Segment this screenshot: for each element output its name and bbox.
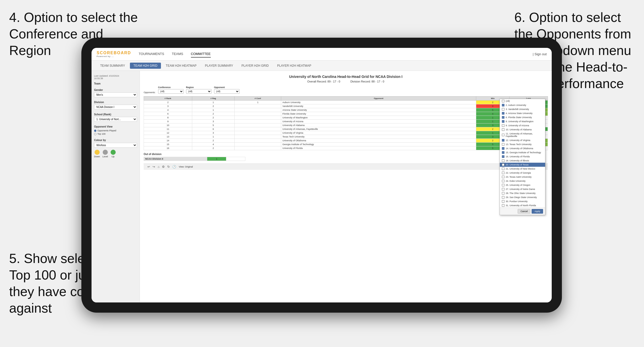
settings-btn[interactable]: ⚙ xyxy=(162,165,165,169)
region-filter-select[interactable]: (All) xyxy=(186,89,212,94)
dropdown-item[interactable]: 30. Purdue University xyxy=(500,199,545,203)
logo-sub: Powered by ... xyxy=(97,55,131,58)
colour-select[interactable]: Win/loss xyxy=(94,143,137,148)
conference-filter-select[interactable]: (All) xyxy=(158,89,184,94)
school-select[interactable]: 1. University of Nort... xyxy=(94,117,137,122)
redo-btn[interactable]: ↪ xyxy=(153,165,155,169)
dropdown-checkbox xyxy=(502,134,504,136)
tab-team-summary[interactable]: TEAM SUMMARY xyxy=(97,63,129,69)
dropdown-item-label: 28. The Ohio State University xyxy=(506,192,535,195)
dropdown-item[interactable]: 24. Duke University xyxy=(500,179,545,183)
dropdown-item[interactable]: 31. University of North Florida xyxy=(500,203,545,207)
gender-select[interactable]: Men's xyxy=(94,92,137,97)
cell-conf xyxy=(234,108,281,112)
cancel-button[interactable]: Cancel xyxy=(518,209,530,214)
data-table: # Rank # Rag # Conf Opponent Win Loss 2 … xyxy=(144,96,548,150)
opponent-dropdown[interactable]: (All) ✓ 2. Auburn University 3. Vanderbi… xyxy=(500,99,545,215)
cell-opponent: Texas Tech University xyxy=(281,135,476,139)
opponents-played-radio[interactable] xyxy=(94,130,96,132)
dropdown-item[interactable]: 11. University of Arkansas, Fayetteville xyxy=(500,132,545,138)
dropdown-item-label: 25. University of Oregon xyxy=(506,184,530,186)
cell-conf xyxy=(234,127,281,131)
dropdown-item[interactable]: ✓ 2. Auburn University xyxy=(500,103,545,107)
dropdown-item[interactable]: 10. University of Alabama xyxy=(500,128,545,132)
table-row: 11 6 University of Arkansas, Fayettevill… xyxy=(144,127,548,131)
school-label: School (Rank) xyxy=(94,113,137,116)
dropdown-checkbox xyxy=(502,184,504,186)
nav-committee[interactable]: COMMITTEE xyxy=(191,51,211,58)
dropdown-item[interactable]: 23. Texas A&M University xyxy=(500,175,545,179)
cell-opponent: Georgia Institute of Technology xyxy=(281,143,476,146)
apply-button[interactable]: Apply xyxy=(532,209,543,214)
dropdown-checkbox xyxy=(502,128,504,131)
opponent-filter-select[interactable]: (All) xyxy=(214,89,239,94)
dropdown-item[interactable]: 13. Texas Tech University xyxy=(500,142,545,146)
conference-filter-label: Conference xyxy=(158,86,184,89)
dropdown-checkbox xyxy=(502,172,504,174)
tab-team-h2h-heatmap[interactable]: TEAM H2H HEATMAP xyxy=(162,63,200,69)
dropdown-item[interactable]: 3. Vanderbilt University xyxy=(500,107,545,111)
dropdown-item-label: 6. Florida State University xyxy=(506,116,532,119)
dropdown-item[interactable]: ✓ 6. Florida State University xyxy=(500,115,545,119)
dropdown-item[interactable]: 18. University of Illinois xyxy=(500,159,545,163)
table-row: 12 3 University of Virginia 1 0 xyxy=(144,131,548,135)
cell-rag: 5 xyxy=(192,123,234,127)
dropdown-item-label: (All) xyxy=(506,100,510,102)
dropdown-item[interactable]: 28. The Ohio State University xyxy=(500,191,545,195)
dropdown-item[interactable]: 27. University of Notre Dame xyxy=(500,187,545,191)
dropdown-checkbox: ✓ xyxy=(502,151,504,154)
cell-rag: 2 xyxy=(192,139,234,143)
dropdown-item[interactable]: ✓ 15. Georgia Institute of Technology xyxy=(500,150,545,155)
tab-player-h2h-heatmap[interactable]: PLAYER H2H HEATMAP xyxy=(274,63,315,69)
dropdown-item[interactable]: 25. University of Oregon xyxy=(500,183,545,187)
refresh-btn[interactable]: ↻ xyxy=(167,165,170,169)
tab-player-summary[interactable]: PLAYER SUMMARY xyxy=(201,63,237,69)
cell-conf xyxy=(234,131,281,135)
tab-team-h2h-grid[interactable]: TEAM H2H GRID xyxy=(130,63,161,69)
nav-tournaments[interactable]: TOURNAMENTS xyxy=(139,51,164,58)
cell-rank: 15 xyxy=(144,143,192,146)
region-filter: Region (All) xyxy=(186,86,212,94)
dropdown-item[interactable]: ✓ 14. University of Oklahoma xyxy=(500,146,545,150)
sub-nav: TEAM SUMMARY TEAM H2H GRID TEAM H2H HEAT… xyxy=(92,61,552,71)
dropdown-item[interactable]: 22. University of Georgia xyxy=(500,171,545,175)
cell-rank: 16 xyxy=(144,146,192,150)
dropdown-checkbox: ✓ xyxy=(502,112,504,115)
dropdown-item-label: 10. University of Alabama xyxy=(506,128,532,131)
signout-link[interactable]: | Sign out xyxy=(533,52,547,56)
undo-btn[interactable]: ↩ xyxy=(147,165,150,169)
dropdown-item[interactable]: 9. University of Arizona xyxy=(500,123,545,128)
clock-btn[interactable]: 🕐 xyxy=(172,165,176,169)
dropdown-item[interactable]: 21. University of New Mexico xyxy=(500,167,545,171)
dropdown-item[interactable]: (All) xyxy=(500,99,545,103)
dropdown-item-label: 20. University of Texas xyxy=(506,163,529,166)
dropdown-item[interactable]: 20. University of Texas xyxy=(500,163,545,167)
app-navbar: SCOREBOARD Powered by ... TOURNAMENTS TE… xyxy=(92,48,552,61)
dropdown-checkbox: ✓ xyxy=(502,139,504,142)
opponent-view-title: Opponent View xyxy=(94,125,137,128)
dropdown-item[interactable]: 29. San Diego State University xyxy=(500,195,545,199)
opponent-filter-label: Opponent xyxy=(214,86,239,89)
tab-player-h2h-grid[interactable]: PLAYER H2H GRID xyxy=(238,63,272,69)
dropdown-item[interactable]: ✓ 16. University of Florida xyxy=(500,155,545,159)
division-record: Division Record: 88 - 17 - 0 xyxy=(350,80,384,83)
cell-rank: 3 xyxy=(144,104,192,108)
cell-opponent: Vanderbilt University xyxy=(281,104,476,108)
dropdown-checkbox xyxy=(502,108,504,110)
nav-teams[interactable]: TEAMS xyxy=(172,51,183,58)
cell-opponent: University of Florida xyxy=(281,146,476,150)
dropdown-checkbox xyxy=(502,100,504,102)
top100-radio[interactable] xyxy=(94,133,96,135)
dropdown-item[interactable]: ✓ 4. Arizona State University xyxy=(500,111,545,115)
cell-conf xyxy=(234,146,281,150)
dropdown-checkbox xyxy=(502,180,504,182)
opponents-played-option[interactable]: Opponents Played xyxy=(94,129,137,132)
dropdown-item-label: 16. University of Florida xyxy=(506,155,530,158)
division-select[interactable]: NCAA Division I xyxy=(94,105,137,109)
top100-option[interactable]: Top 100 xyxy=(94,133,137,135)
home-btn[interactable]: ⌂ xyxy=(158,165,159,169)
dropdown-item[interactable]: ✓ 8. University of Washington xyxy=(500,119,545,123)
dropdown-item[interactable]: ✓ 12. University of Virginia xyxy=(500,138,545,142)
dropdown-checkbox: ✓ xyxy=(502,116,504,119)
colour-up-circle xyxy=(111,150,116,155)
